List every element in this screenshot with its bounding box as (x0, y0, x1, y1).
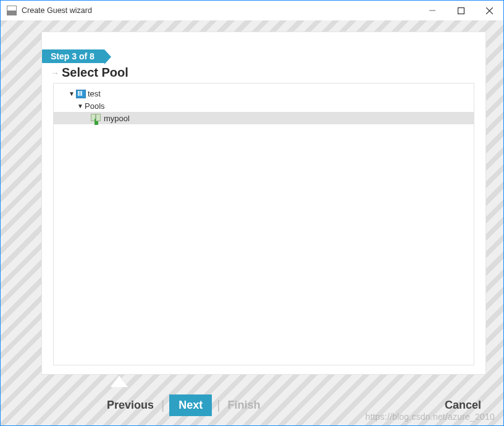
tree-pool-item[interactable]: mypool (54, 112, 474, 124)
content-panel: Step 3 of 8 → Select Pool ▼ test ▼ Pools (41, 32, 486, 375)
wizard-window: Create Guest wizard Step 3 of 8 → Select… (0, 0, 504, 426)
step-title: Select Pool (62, 66, 128, 80)
tree-node-label: Pools (85, 101, 105, 111)
previous-button[interactable]: Previous (104, 395, 156, 415)
separator: | (217, 398, 220, 412)
arrow-right-icon: → (51, 68, 59, 78)
wizard-body: Step 3 of 8 → Select Pool ▼ test ▼ Pools (1, 20, 503, 425)
cancel-button[interactable]: Cancel (442, 395, 484, 415)
tree-pools-node[interactable]: ▼ Pools (60, 100, 474, 112)
titlebar: Create Guest wizard (1, 1, 503, 20)
close-button[interactable] (475, 1, 503, 20)
wizard-button-bar: Previous | Next | Finish Cancel (1, 385, 503, 425)
step-indicator: Step 3 of 8 (42, 49, 104, 63)
next-button[interactable]: Next (169, 394, 212, 416)
server-icon (76, 89, 85, 98)
app-icon (7, 6, 17, 15)
separator: | (161, 398, 164, 412)
svg-rect-0 (458, 7, 464, 14)
finish-button: Finish (225, 395, 262, 415)
step-title-row: → Select Pool (51, 66, 485, 80)
pool-tree: ▼ test ▼ Pools mypool (53, 83, 474, 365)
tree-server-node[interactable]: ▼ test (60, 87, 474, 100)
expand-toggle-icon[interactable]: ▼ (77, 103, 83, 109)
tree-node-label: test (88, 89, 101, 98)
panel-pointer-icon (111, 376, 128, 387)
pool-icon (91, 114, 101, 122)
step-chip: Step 3 of 8 (42, 49, 104, 63)
maximize-button[interactable] (447, 1, 475, 20)
expand-toggle-icon[interactable]: ▼ (69, 90, 75, 97)
window-title: Create Guest wizard (22, 6, 92, 15)
tree-node-label: mypool (104, 114, 130, 123)
minimize-button[interactable] (418, 1, 447, 20)
